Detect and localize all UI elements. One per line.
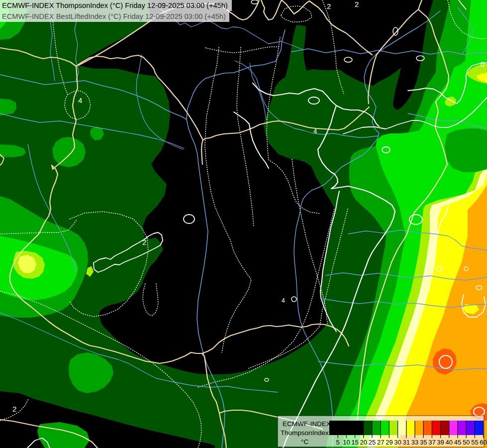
- svg-text:30: 30: [394, 439, 401, 446]
- svg-text:ECMWF-INDEX BestLiftedIndex (°: ECMWF-INDEX BestLiftedIndex (°C) Friday …: [2, 12, 226, 20]
- svg-text:2: 2: [355, 0, 359, 8]
- svg-text:15: 15: [351, 439, 358, 446]
- svg-text:50: 50: [463, 439, 470, 446]
- svg-text:45: 45: [454, 439, 461, 446]
- svg-text:4: 4: [78, 96, 82, 105]
- svg-text:60: 60: [480, 439, 487, 446]
- svg-text:20: 20: [360, 439, 367, 446]
- svg-text:ThompsonIndex: ThompsonIndex: [281, 429, 329, 437]
- svg-text:5: 5: [336, 439, 340, 446]
- svg-text:4: 4: [313, 127, 317, 135]
- svg-text:29: 29: [386, 439, 392, 446]
- svg-text:2: 2: [12, 405, 16, 413]
- svg-text:ECMWF-INDEX: ECMWF-INDEX: [283, 420, 331, 428]
- svg-text:ECMWF-INDEX ThompsonIndex (°C): ECMWF-INDEX ThompsonIndex (°C) Friday 12…: [2, 1, 228, 9]
- svg-text:2: 2: [327, 2, 331, 10]
- svg-text:27: 27: [377, 439, 384, 446]
- svg-text:°C: °C: [301, 438, 308, 446]
- svg-text:35: 35: [420, 439, 427, 446]
- svg-text:4: 4: [282, 297, 285, 304]
- svg-text:31: 31: [403, 439, 410, 446]
- svg-text:10: 10: [343, 439, 350, 446]
- svg-text:25: 25: [369, 439, 376, 446]
- svg-text:0: 0: [481, 60, 485, 68]
- svg-text:37: 37: [428, 439, 435, 446]
- svg-text:40: 40: [446, 439, 453, 446]
- svg-text:39: 39: [437, 439, 444, 446]
- svg-text:33: 33: [411, 439, 418, 446]
- svg-text:2: 2: [142, 238, 146, 246]
- svg-text:55: 55: [471, 439, 478, 446]
